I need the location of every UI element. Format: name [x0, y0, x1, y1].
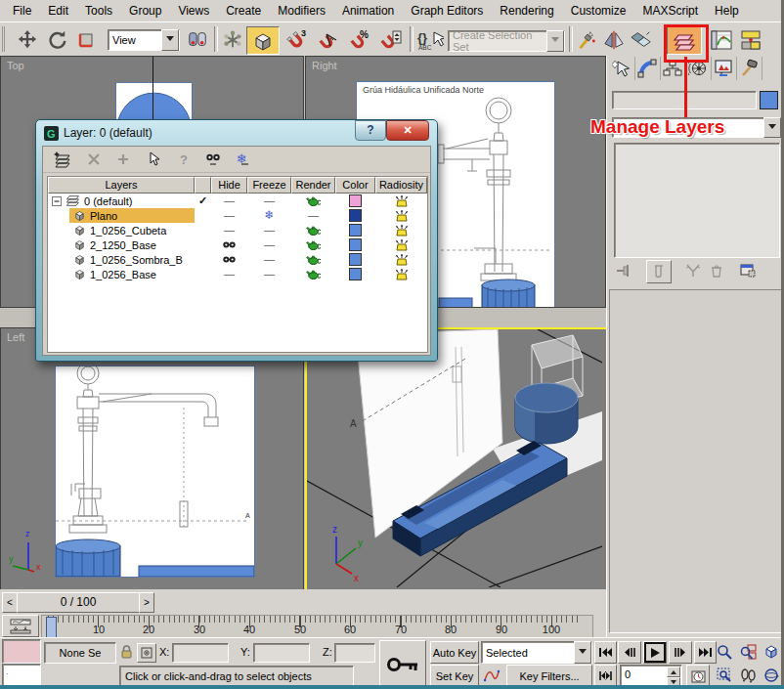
layer-color-swatch[interactable]	[349, 209, 362, 222]
use-pivot-center-button[interactable]	[184, 26, 211, 53]
default-tangent-button[interactable]	[481, 665, 502, 685]
time-slider[interactable]: 0 / 100	[17, 592, 140, 613]
layer-help-button[interactable]: ?	[172, 150, 196, 169]
zoom-all-button[interactable]	[737, 641, 759, 662]
color-cell[interactable]	[335, 209, 375, 222]
maxscript-listener-pink[interactable]	[2, 639, 41, 664]
snaps-toggle-button[interactable]: 3	[283, 26, 311, 53]
color-cell[interactable]	[335, 194, 375, 207]
menu-graph-editors[interactable]: Graph Editors	[402, 1, 491, 21]
select-manipulate-button[interactable]	[219, 26, 246, 53]
add-to-layer-button[interactable]	[111, 150, 135, 169]
delete-layer-button[interactable]	[82, 150, 106, 169]
viewport-perspective[interactable]: A	[305, 327, 608, 593]
show-end-result-button[interactable]	[646, 260, 672, 283]
reference-coordinate-dropdown[interactable]: View	[108, 29, 180, 51]
chevron-down-icon[interactable]	[546, 30, 564, 52]
align-button[interactable]	[628, 26, 655, 53]
arc-rotate-button[interactable]	[761, 665, 782, 685]
chevron-down-icon[interactable]	[763, 117, 781, 138]
menu-edit[interactable]: Edit	[39, 1, 76, 21]
schematic-view-button[interactable]	[737, 26, 764, 53]
chevron-down-icon[interactable]	[161, 29, 179, 51]
layer-color-swatch[interactable]	[349, 268, 362, 280]
time-slider-next-button[interactable]: >	[139, 592, 154, 613]
key-filters-button[interactable]: Key Filters...	[506, 665, 592, 687]
render-cell[interactable]	[291, 195, 335, 206]
time-slider-prev-button[interactable]: <	[2, 592, 18, 613]
current-layer-check[interactable]: ✓	[195, 194, 211, 207]
layer-row[interactable]: 2_1250_Base —	[48, 237, 427, 252]
column-render[interactable]: Render	[291, 177, 335, 194]
hide-cell[interactable]	[211, 240, 247, 249]
x-coordinate-field[interactable]	[172, 643, 229, 663]
freeze-toggle-button[interactable]: ❄	[231, 150, 254, 169]
named-selection-sets-button[interactable]: {}ABC	[414, 26, 446, 53]
layer-color-swatch[interactable]	[349, 194, 362, 207]
zoom-button[interactable]	[714, 641, 735, 662]
column-freeze[interactable]: Freeze	[247, 177, 291, 194]
select-move-button[interactable]	[14, 26, 41, 53]
freeze-cell[interactable]: —	[247, 194, 291, 207]
radiosity-cell[interactable]	[375, 253, 427, 266]
open-mini-curve-editor-button[interactable]	[2, 615, 39, 637]
color-cell[interactable]	[335, 268, 375, 280]
layer-row[interactable]: 0 (default) ✓ — —	[48, 194, 427, 208]
color-cell[interactable]	[335, 238, 375, 251]
play-button[interactable]	[643, 641, 667, 664]
frame-spinner[interactable]	[667, 667, 680, 683]
collapse-icon[interactable]	[52, 196, 62, 206]
menu-views[interactable]: Views	[169, 1, 217, 21]
dialog-close-button[interactable]: ✕	[386, 120, 429, 141]
column-color[interactable]: Color	[335, 177, 375, 194]
viewport-right-label[interactable]: Right	[312, 60, 337, 71]
column-current[interactable]	[195, 177, 211, 194]
menu-tools[interactable]: Tools	[76, 1, 120, 21]
configure-modifier-sets-button[interactable]	[736, 261, 760, 280]
time-configuration-button[interactable]	[686, 665, 710, 687]
previous-frame-button[interactable]	[618, 641, 641, 664]
layer-color-swatch[interactable]	[349, 238, 362, 251]
create-selection-set-dropdown[interactable]: Create Selection Set	[448, 30, 565, 52]
key-mode-toggle-button[interactable]	[594, 665, 617, 687]
hide-cell[interactable]: —	[211, 209, 247, 222]
menu-rendering[interactable]: Rendering	[491, 1, 561, 21]
menu-group[interactable]: Group	[120, 1, 169, 21]
dialog-title-bar[interactable]: G Layer: 0 (default)	[44, 124, 152, 142]
column-hide[interactable]: Hide	[211, 177, 247, 194]
layer-color-swatch[interactable]	[349, 253, 362, 266]
menu-file[interactable]: File	[4, 1, 39, 21]
freeze-cell[interactable]: —	[247, 253, 291, 266]
select-scale-button[interactable]	[72, 26, 100, 53]
hide-cell[interactable]: —	[211, 224, 247, 237]
auto-key-button[interactable]: Auto Key	[430, 641, 479, 664]
freeze-cell[interactable]: —	[247, 238, 291, 251]
select-rotate-button[interactable]	[43, 26, 70, 53]
go-to-start-button[interactable]	[594, 641, 617, 664]
selection-lock-toggle[interactable]	[117, 643, 135, 662]
render-cell[interactable]	[291, 254, 335, 265]
pin-stack-button[interactable]	[613, 261, 636, 280]
object-color-swatch[interactable]	[760, 91, 778, 109]
column-layers[interactable]: Layers	[48, 177, 195, 194]
edit-named-selections-button[interactable]	[573, 26, 600, 53]
y-coordinate-field[interactable]	[253, 643, 310, 663]
create-new-layer-button[interactable]	[51, 150, 74, 169]
render-cell[interactable]	[291, 225, 335, 236]
radiosity-cell[interactable]	[375, 194, 427, 207]
set-keys-button[interactable]	[379, 640, 426, 688]
set-key-button[interactable]: Set Key	[430, 665, 479, 687]
remove-modifier-button[interactable]	[705, 261, 728, 280]
layer-color-swatch[interactable]	[349, 224, 362, 237]
radiosity-cell[interactable]	[375, 209, 427, 222]
menu-customize[interactable]: Customize	[562, 1, 634, 21]
radiosity-cell[interactable]	[375, 268, 427, 280]
select-objects-button[interactable]	[143, 150, 166, 169]
color-cell[interactable]	[335, 224, 375, 237]
hide-cell[interactable]: —	[211, 268, 247, 280]
layer-row-selected[interactable]: Plano — ❄ —	[48, 208, 427, 223]
render-cell[interactable]	[291, 239, 335, 250]
render-cell[interactable]	[291, 269, 335, 280]
hide-cell[interactable]: —	[211, 194, 247, 207]
layer-row[interactable]: 1_0256_Base — —	[48, 267, 427, 281]
